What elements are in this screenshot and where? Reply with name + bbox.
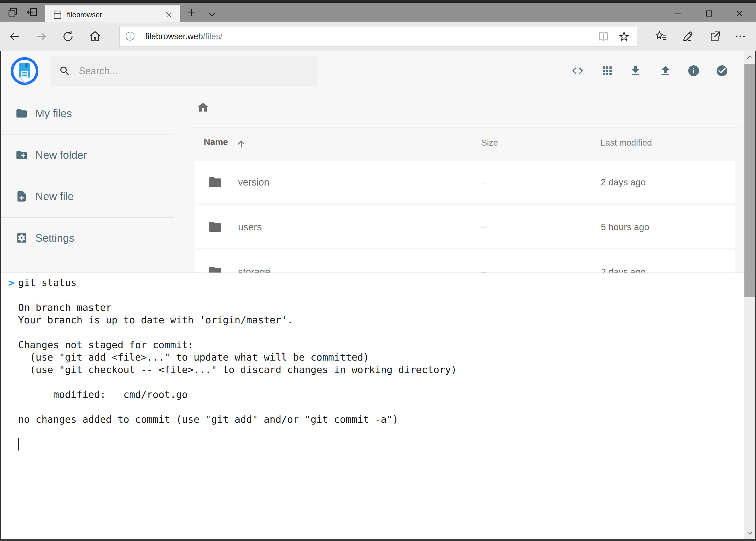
scrollbar-thumb[interactable] [744,64,755,297]
tab-list-chevron-icon[interactable] [207,9,217,19]
new-tab-icon[interactable] [186,7,197,18]
sidebar-item-my-files[interactable]: My files [0,100,178,127]
window-title-bar [0,0,756,3]
terminal-line: On branch master [18,301,744,314]
sidebar-item-new-file[interactable]: New file [0,183,178,210]
tab-preview-icon[interactable] [7,6,19,18]
file-size: – [481,267,486,272]
terminal-line [18,326,744,339]
file-modified: 2 days ago [601,267,645,272]
sidebar-divider [0,217,174,218]
terminal-line [18,401,744,413]
tab-bar: filebrowser [0,3,756,22]
forward-icon[interactable] [35,30,48,43]
share-icon[interactable] [708,30,721,43]
breadcrumb-home-icon[interactable] [196,101,209,114]
terminal-command: git status [18,276,77,289]
file-size: – [481,177,486,188]
sidebar-item-settings[interactable]: Settings [0,225,178,252]
file-modified: 5 hours ago [601,222,649,232]
grid-view-icon[interactable] [601,64,614,77]
folder-icon [208,265,222,272]
file-size: – [481,222,486,232]
terminal-line: Your branch is up to date with 'origin/m… [18,314,744,326]
header-divider [192,127,740,128]
window-border-bottom [0,539,756,541]
new-file-icon [15,190,28,203]
home-icon[interactable] [89,30,102,43]
upload-icon[interactable] [659,64,672,77]
web-note-pen-icon[interactable] [681,30,694,43]
terminal-cursor [18,438,19,450]
file-name: users [238,222,262,233]
terminal-prompt: > [8,276,14,289]
browser-window: filebrowser [0,0,756,541]
terminal-line: (use "git checkout -- <file>..." to disc… [18,363,744,376]
page-scrollbar[interactable] [744,51,755,539]
folder-icon [208,220,222,234]
file-modified: 2 days ago [601,177,645,188]
page-icon [53,10,62,20]
back-icon[interactable] [8,30,21,43]
site-info-icon[interactable]: ⓘ [120,30,140,43]
file-row-storage[interactable]: storage – 2 days ago [195,251,735,272]
terminal-line: modified: cmd/root.go [18,388,744,401]
info-icon[interactable] [687,64,700,77]
url-path: /files/ [203,32,222,41]
terminal-line [18,426,744,438]
sidebar-item-new-folder[interactable]: New folder [0,142,178,169]
file-name: storage [238,266,270,272]
terminal-line [18,376,744,388]
search-bar[interactable] [50,56,318,86]
reading-view-icon[interactable] [597,30,610,43]
download-icon[interactable] [629,64,642,77]
scroll-down-icon[interactable] [744,527,755,539]
file-list: version – 2 days ago users – 5 hours ago… [195,161,735,272]
navigation-bar: ⓘ filebrowser.web /files/ [0,22,756,51]
sidebar-divider [0,134,174,135]
terminal-line: (use "git add <file>..." to update what … [18,351,744,363]
address-divider [140,29,141,44]
url-host: filebrowser.web [145,32,203,41]
refresh-icon[interactable] [62,30,75,43]
filebrowser-logo[interactable] [10,57,39,85]
sidebar-item-label: Settings [35,232,75,244]
column-header-name[interactable]: Name [204,137,246,149]
scroll-up-icon[interactable] [744,51,755,64]
sidebar-item-label: New folder [35,149,87,161]
address-bar[interactable]: ⓘ filebrowser.web /files/ [119,26,637,47]
minimize-button[interactable] [671,6,685,21]
search-input[interactable] [78,65,295,77]
terminal-line: Changes not staged for commit: [18,339,744,351]
add-favorite-star-icon[interactable] [618,30,630,43]
sort-ascending-icon[interactable] [236,139,246,149]
terminal-line: no changes added to commit (use "git add… [18,413,744,426]
column-header-modified[interactable]: Last modified [601,138,652,148]
more-options-icon[interactable] [734,30,747,43]
maximize-button[interactable] [702,6,716,21]
new-folder-icon [15,149,28,161]
folder-icon [208,175,222,189]
terminal-output: On branch master Your branch is up to da… [1,289,744,438]
sidebar-item-label: My files [35,108,72,120]
file-name: version [238,177,269,188]
file-row-users[interactable]: users – 5 hours ago [195,206,735,248]
search-icon [59,65,71,77]
column-header-size[interactable]: Size [481,138,498,148]
sidebar-item-label: New file [35,191,74,203]
terminal-line [18,289,744,301]
close-tab-icon[interactable] [165,11,173,19]
folder-icon [15,107,28,120]
select-check-icon[interactable] [715,64,728,77]
set-tabs-aside-icon[interactable] [26,6,38,18]
file-row-version[interactable]: version – 2 days ago [195,161,735,204]
raw-code-icon[interactable] [571,64,584,77]
favorites-hub-icon[interactable] [654,30,667,43]
tab-title: filebrowser [67,11,102,19]
settings-gear-icon [15,232,28,244]
close-window-button[interactable] [732,6,747,21]
terminal-panel[interactable]: > git status On branch master Your branc… [1,272,744,539]
